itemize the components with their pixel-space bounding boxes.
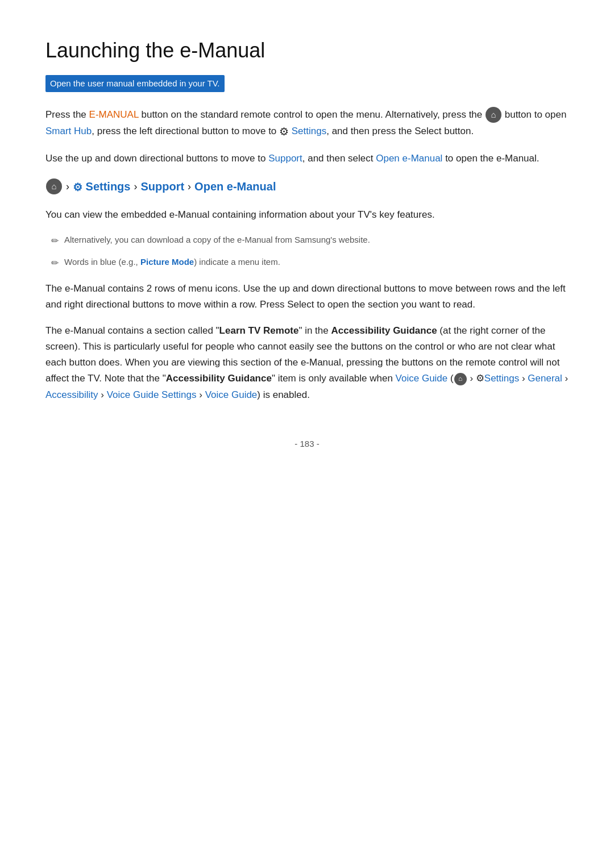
paragraph-3: You can view the embedded e-Manual conta… — [45, 207, 569, 223]
paragraph-1: Press the E-MANUAL button on the standar… — [45, 107, 569, 141]
settings-link-2[interactable]: Settings — [484, 373, 519, 384]
general-link[interactable]: General — [528, 373, 562, 384]
voice-guide-settings-link[interactable]: Voice Guide Settings — [107, 389, 197, 400]
accessibility-guidance-text: Accessibility Guidance — [331, 325, 437, 336]
breadcrumb-chevron-2: › — [134, 178, 137, 195]
breadcrumb-home-icon[interactable]: ⌂ — [46, 178, 62, 194]
accessibility-guidance-text-2: Accessibility Guidance — [166, 373, 272, 384]
breadcrumb-chevron-1: › — [66, 178, 69, 195]
settings-gear-icon: ⚙ — [279, 126, 289, 138]
home-icon-inline: ⌂ — [454, 373, 467, 385]
paragraph-4: The e-Manual contains 2 rows of menu ico… — [45, 281, 569, 313]
page-footer: - 183 - — [45, 437, 569, 451]
breadcrumb: ⌂ › ⚙ Settings › Support › Open e-Manual — [45, 177, 569, 196]
breadcrumb-support[interactable]: Support — [140, 177, 184, 196]
e-manual-link[interactable]: E-MANUAL — [89, 109, 139, 120]
note-item-1: ✏ Alternatively, you can download a copy… — [51, 233, 569, 248]
breadcrumb-chevron-3: › — [188, 178, 191, 195]
page-title: Launching the e-Manual — [45, 34, 569, 67]
open-emanual-link[interactable]: Open e-Manual — [376, 153, 442, 164]
settings-link[interactable]: Settings — [292, 126, 326, 136]
breadcrumb-open-emanual[interactable]: Open e-Manual — [194, 177, 276, 196]
paragraph-2: Use the up and down directional buttons … — [45, 151, 569, 167]
settings-gear-icon-inline: ⚙ — [476, 373, 484, 384]
home-icon: ⌂ — [486, 107, 501, 123]
pencil-icon-1: ✏ — [51, 234, 59, 248]
pencil-icon-2: ✏ — [51, 256, 59, 271]
subtitle-text: Open the user manual embedded in your TV… — [45, 75, 225, 92]
breadcrumb-settings[interactable]: ⚙ Settings — [73, 177, 130, 196]
note-item-2: ✏ Words in blue (e.g., Picture Mode) ind… — [51, 255, 569, 271]
support-link[interactable]: Support — [268, 153, 302, 164]
notes-list: ✏ Alternatively, you can download a copy… — [51, 233, 569, 271]
learn-tv-remote-text: Learn TV Remote — [219, 325, 299, 336]
picture-mode-link[interactable]: Picture Mode — [140, 257, 194, 267]
accessibility-link[interactable]: Accessibility — [45, 389, 98, 400]
paragraph-5: The e-Manual contains a section called "… — [45, 323, 569, 403]
smart-hub-link[interactable]: Smart Hub — [45, 126, 92, 136]
voice-guide-link-1[interactable]: Voice Guide — [396, 373, 448, 384]
note-text-1: Alternatively, you can download a copy o… — [64, 233, 370, 246]
page-number: - 183 - — [294, 439, 319, 448]
subtitle-bar: Open the user manual embedded in your TV… — [45, 75, 569, 107]
note-text-2: Words in blue (e.g., Picture Mode) indic… — [64, 255, 280, 268]
voice-guide-link-2[interactable]: Voice Guide — [205, 389, 258, 400]
